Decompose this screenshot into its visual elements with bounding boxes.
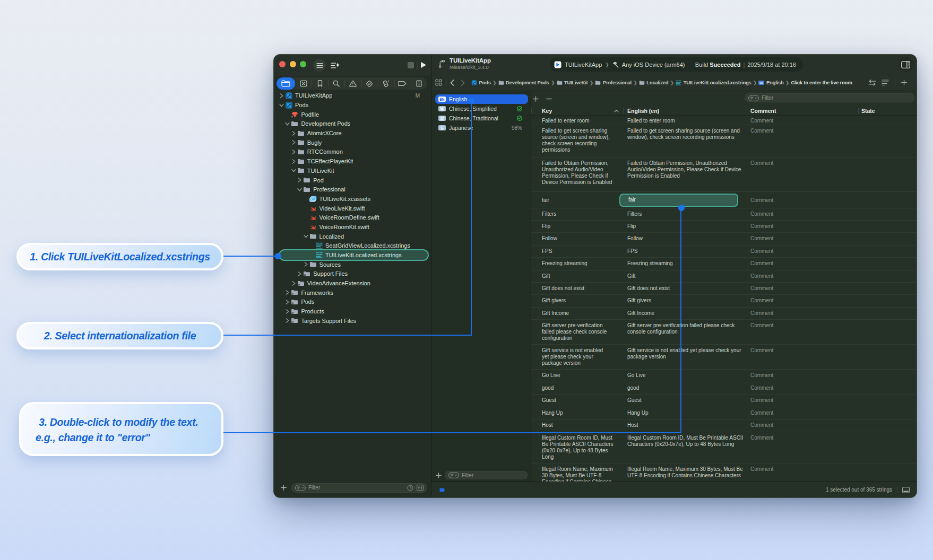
comment-cell[interactable]: Comment [747, 125, 858, 157]
comment-cell[interactable]: Comment [747, 345, 858, 369]
key-cell[interactable]: Follow [531, 233, 623, 245]
disclosure-icon[interactable] [290, 281, 297, 286]
selected-translation-cell[interactable]: fair [619, 194, 738, 207]
translation-cell[interactable]: Go Live [623, 370, 747, 382]
key-cell[interactable]: Gift does not exist [531, 283, 623, 294]
column-header-comment[interactable]: Comment [747, 106, 858, 116]
breadcrumb-tuilivekit[interactable]: TUILiveKit [557, 80, 588, 85]
column-header-state[interactable]: State [858, 106, 917, 116]
tree-row-atomicxcore[interactable]: AtomicXCore [274, 128, 431, 138]
translation-cell[interactable]: Host [623, 419, 747, 432]
key-cell[interactable]: Hang Up [531, 407, 623, 419]
minimize-window-button[interactable] [290, 61, 296, 67]
state-cell[interactable] [858, 283, 917, 294]
string-row[interactable]: Failed to Obtain Permission, Unauthorize… [531, 158, 917, 192]
state-cell[interactable] [858, 395, 917, 407]
tree-row-targets-support-files[interactable]: Targets Support Files [274, 316, 431, 326]
comment-cell[interactable]: Comment [747, 320, 858, 344]
tree-row-professional[interactable]: Professional [274, 185, 431, 194]
string-row[interactable]: Gift server pre-verification failed plea… [531, 320, 917, 345]
language-filter-field[interactable]: Filter [445, 471, 528, 479]
activity-view[interactable]: TUILiveKitApp ❯ Any iOS Device (arm64) B… [550, 57, 803, 72]
tree-row-bugly[interactable]: Bugly [274, 138, 431, 147]
stop-button[interactable] [408, 62, 414, 68]
string-row[interactable]: FlipFlipComment [531, 221, 917, 233]
key-cell[interactable]: Gift service is not enabled yet please c… [531, 345, 623, 369]
translation-cell[interactable]: Failed to get screen sharing source (scr… [623, 125, 747, 157]
disclosure-icon[interactable] [290, 140, 297, 145]
comment-cell[interactable]: Comment [747, 382, 858, 394]
navigator-tab-report[interactable] [411, 77, 427, 90]
add-string-button[interactable] [533, 96, 539, 102]
string-row[interactable]: FiltersFiltersComment [531, 208, 917, 221]
translation-cell[interactable]: Failed to Obtain Permission, Unauthorize… [623, 158, 747, 191]
string-row[interactable]: Illegal Room Name, Maximum 30 Bytes, Mus… [531, 463, 917, 482]
translation-cell[interactable]: Follow [623, 233, 747, 245]
string-row[interactable]: GuestGuestComment [531, 395, 917, 407]
string-row[interactable]: HostHostComment [531, 419, 917, 432]
breadcrumb-pods[interactable]: Pods [471, 80, 491, 85]
tree-row-voiceroomdefine-swift[interactable]: VoiceRoomDefine.swift [274, 213, 431, 222]
source-control-status-icon[interactable] [417, 485, 424, 491]
translation-cell[interactable]: Gift givers [623, 295, 747, 307]
zoom-window-button[interactable] [300, 61, 306, 67]
tree-row-videolivekit-swift[interactable]: VideoLiveKit.swift [274, 204, 431, 213]
string-row[interactable]: Freezing streamingFreezing streamingComm… [531, 258, 917, 270]
state-cell[interactable] [858, 233, 917, 245]
tree-row-pods[interactable]: Pods [274, 100, 431, 110]
key-cell[interactable]: Failed to Obtain Permission, Unauthorize… [531, 158, 623, 191]
comment-cell[interactable]: Comment [747, 432, 858, 463]
breadcrumb-english[interactable]: ENEnglish [758, 80, 783, 85]
navigator-tab-flag[interactable] [394, 77, 411, 90]
tree-row-voiceroomkit-swift[interactable]: VoiceRoomKit.swift [274, 222, 431, 232]
comment-cell[interactable]: Comment [747, 208, 858, 220]
string-row[interactable]: Gift giversGift giversComment [531, 295, 917, 308]
translation-cell[interactable]: Filters [623, 208, 747, 220]
key-cell[interactable]: Gift givers [531, 295, 623, 307]
comment-cell[interactable]: Comment [747, 295, 858, 307]
navigator-tab-warning[interactable] [344, 77, 361, 90]
comment-cell[interactable]: Comment [747, 283, 858, 294]
back-button[interactable] [450, 80, 454, 86]
string-row[interactable]: fairfairComment [531, 192, 917, 208]
key-cell[interactable]: Gift Income [531, 308, 623, 319]
tree-row-frameworks[interactable]: Frameworks [274, 288, 431, 298]
translation-cell[interactable]: Gift server pre-verification failed plea… [623, 320, 747, 344]
disclosure-icon[interactable] [303, 234, 309, 238]
breadcrumb-professional[interactable]: Professional [595, 80, 632, 85]
string-row[interactable]: FollowFollowComment [531, 233, 917, 246]
tree-row-rtccommon[interactable]: RTCCommon [274, 147, 431, 157]
tree-row-tuilivekitlocalized-xcstrings[interactable]: TUILiveKitLocalized.xcstrings [274, 250, 431, 260]
key-cell[interactable]: Freezing streaming [531, 258, 623, 270]
tree-row-tuilivekitapp[interactable]: TUILiveKitAppM [274, 91, 431, 101]
translation-cell[interactable]: Illegal Custom Room ID, Must Be Printabl… [623, 432, 747, 463]
comment-cell[interactable]: Comment [747, 192, 858, 208]
string-row[interactable]: Gift service is not enabled yet please c… [531, 345, 917, 370]
disclosure-icon[interactable] [303, 262, 309, 267]
tree-row-pods[interactable]: Pods [274, 298, 431, 307]
key-cell[interactable]: Illegal Custom Room ID, Must Be Printabl… [531, 432, 623, 463]
language-row-chinese-traditional[interactable]: Chinese, Traditional [435, 113, 528, 123]
string-row[interactable]: Illegal Custom Room ID, Must Be Printabl… [531, 432, 917, 463]
language-row-japanese[interactable]: Japanese98% [435, 123, 528, 133]
state-cell[interactable] [858, 407, 917, 419]
navigator-tab-tagwave[interactable] [378, 77, 394, 90]
related-items-icon[interactable] [435, 79, 442, 86]
translation-cell[interactable]: Hang Up [623, 407, 747, 419]
ai-assistant-button[interactable] [329, 59, 342, 72]
state-cell[interactable] [858, 345, 917, 369]
translation-cell[interactable]: Guest [623, 395, 747, 407]
comment-cell[interactable]: Comment [747, 258, 858, 270]
state-cell[interactable] [858, 370, 917, 382]
comment-cell[interactable]: Comment [747, 116, 858, 125]
state-cell[interactable] [858, 432, 917, 463]
sidebar-list-button[interactable] [313, 59, 326, 72]
state-cell[interactable] [858, 308, 917, 319]
translation-cell[interactable]: FPS [623, 246, 747, 257]
comment-cell[interactable]: Comment [747, 395, 858, 407]
comment-cell[interactable]: Comment [747, 370, 858, 382]
comment-cell[interactable]: Comment [747, 419, 858, 432]
navigator-tab-bookmark[interactable] [312, 77, 328, 90]
tree-row-pod[interactable]: Pod [274, 176, 431, 185]
remove-string-button[interactable] [546, 96, 552, 102]
